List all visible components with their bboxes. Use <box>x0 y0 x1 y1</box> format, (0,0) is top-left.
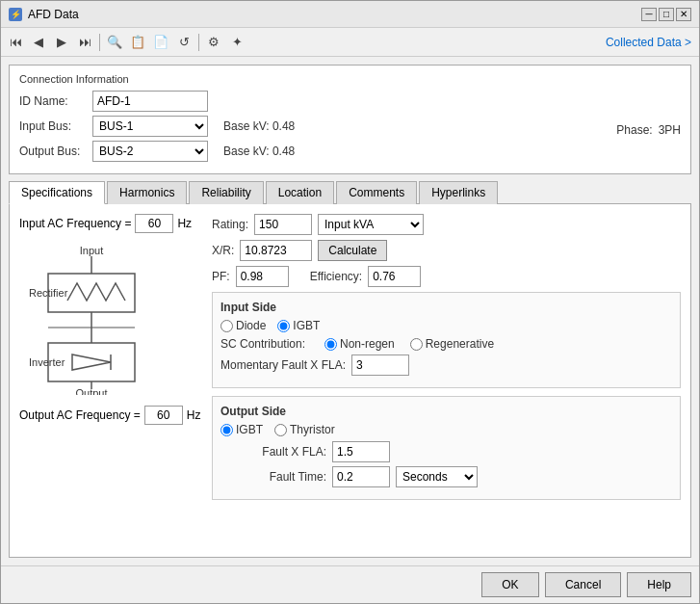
svg-text:Input: Input <box>80 245 103 256</box>
id-label: ID Name: <box>19 94 87 108</box>
momentary-fault-input[interactable] <box>351 355 409 376</box>
tab-comments[interactable]: Comments <box>336 181 417 204</box>
xr-label: X/R: <box>212 244 234 257</box>
toolbar-last-button[interactable]: ⏭ <box>74 32 95 53</box>
toolbar-first-button[interactable]: ⏮ <box>5 32 26 53</box>
toolbar-refresh-button[interactable]: ↺ <box>173 32 194 53</box>
rating-input[interactable] <box>254 214 312 235</box>
close-button[interactable]: ✕ <box>676 8 691 21</box>
afd-data-window: ⚡ AFD Data ─ □ ✕ ⏮ ◀ ▶ ⏭ 🔍 📋 📄 ↺ ⚙ ✦ Col… <box>0 0 700 604</box>
non-regen-radio[interactable] <box>324 338 337 351</box>
output-freq-input[interactable] <box>144 406 183 425</box>
igbt-label: IGBT <box>293 319 320 332</box>
minimize-button[interactable]: ─ <box>641 8 657 21</box>
toolbar-next-button[interactable]: ▶ <box>51 32 72 53</box>
cancel-button[interactable]: Cancel <box>545 572 621 597</box>
igbt-out-radio-label[interactable]: IGBT <box>220 423 263 436</box>
input-bus-label: Input Bus: <box>19 119 87 133</box>
id-row: ID Name: <box>19 91 295 112</box>
non-regen-label: Non-regen <box>340 337 395 351</box>
fault-time-unit-select[interactable]: Seconds Cycles <box>396 466 478 487</box>
tabs-container: Specifications Harmonics Reliability Loc… <box>9 180 691 558</box>
fault-x-fla-row: Fault X FLA: <box>220 441 672 462</box>
tab-harmonics[interactable]: Harmonics <box>107 181 187 204</box>
main-content: Connection Information ID Name: Input Bu… <box>1 57 699 565</box>
window-icon: ⚡ <box>9 8 22 21</box>
tabs: Specifications Harmonics Reliability Loc… <box>9 180 691 204</box>
freq-row: Input AC Frequency = Hz <box>19 214 202 233</box>
tab-reliability[interactable]: Reliability <box>189 181 263 204</box>
toolbar-paste-button[interactable]: 📄 <box>150 32 171 53</box>
pf-input[interactable] <box>236 266 289 287</box>
window-title: AFD Data <box>28 8 79 21</box>
toolbar-buttons: ⏮ ◀ ▶ ⏭ 🔍 📋 📄 ↺ ⚙ ✦ <box>5 32 247 53</box>
momentary-fault-row: Momentary Fault X FLA: <box>220 355 672 376</box>
sc-contribution-row: SC Contribution: Non-regen Regenerative <box>220 337 672 351</box>
toolbar-search-button[interactable]: 🔍 <box>104 32 125 53</box>
igbt-out-radio[interactable] <box>220 424 233 436</box>
xr-input[interactable] <box>240 240 312 261</box>
maximize-button[interactable]: □ <box>659 8 674 21</box>
toolbar-copy-button[interactable]: 📋 <box>127 32 148 53</box>
toolbar-prev-button[interactable]: ◀ <box>28 32 49 53</box>
help-button[interactable]: Help <box>627 572 691 597</box>
fault-time-input[interactable] <box>332 466 390 487</box>
phase-label: Phase: <box>616 123 652 137</box>
thyristor-radio[interactable] <box>274 424 287 436</box>
pf-efficiency-row: PF: Efficiency: <box>212 266 681 287</box>
igbt-radio[interactable] <box>277 320 290 332</box>
input-base-kv: Base kV: 0.48 <box>223 119 295 133</box>
output-bus-label: Output Bus: <box>19 144 87 158</box>
toolbar-settings-button[interactable]: ⚙ <box>203 32 224 53</box>
connection-group: Connection Information ID Name: Input Bu… <box>9 65 691 174</box>
title-bar: ⚡ AFD Data ─ □ ✕ <box>1 1 699 28</box>
svg-text:Output: Output <box>75 387 107 395</box>
tab-specifications[interactable]: Specifications <box>9 181 105 204</box>
input-bus-row: Input Bus: BUS-1 Base kV: 0.48 <box>19 116 295 137</box>
thyristor-radio-label[interactable]: Thyristor <box>274 423 335 436</box>
calculate-button[interactable]: Calculate <box>318 240 387 261</box>
fault-x-fla-input[interactable] <box>332 441 390 462</box>
spec-left: Input AC Frequency = Hz Input <box>19 214 202 508</box>
pf-label: PF: <box>212 270 230 283</box>
output-freq-unit: Hz <box>187 408 201 422</box>
momentary-fault-label: Momentary Fault X FLA: <box>220 358 346 372</box>
input-side-title: Input Side <box>220 301 672 314</box>
regenerative-radio[interactable] <box>410 338 423 351</box>
efficiency-input[interactable] <box>368 266 421 287</box>
toolbar-separator-2 <box>198 34 199 51</box>
freq-unit: Hz <box>177 217 192 230</box>
ok-button[interactable]: OK <box>481 572 539 597</box>
diode-radio[interactable] <box>220 320 233 332</box>
tab-location[interactable]: Location <box>266 181 334 204</box>
igbt-radio-label[interactable]: IGBT <box>277 319 320 332</box>
input-side-section: Input Side Diode IGBT <box>212 292 681 388</box>
circuit-diagram: Input Rectifier <box>19 241 164 395</box>
rating-unit-select[interactable]: Input kVA Output kVA HP <box>318 214 424 235</box>
tab-hyperlinks[interactable]: Hyperlinks <box>419 181 498 204</box>
collected-data-link[interactable]: Collected Data > <box>606 36 695 49</box>
output-freq-row: Output AC Frequency = Hz <box>19 406 202 425</box>
output-side-title: Output Side <box>220 405 672 418</box>
output-freq-label: Output AC Frequency = <box>19 408 141 422</box>
toolbar-extra-button[interactable]: ✦ <box>226 32 247 53</box>
diode-label: Diode <box>236 319 266 332</box>
regenerative-label: Regenerative <box>426 337 494 351</box>
output-bus-select[interactable]: BUS-2 <box>92 141 208 162</box>
fault-x-fla-label: Fault X FLA: <box>220 445 326 459</box>
output-side-type-group: IGBT Thyristor <box>220 423 672 436</box>
xr-row: X/R: Calculate <box>212 240 681 261</box>
freq-input[interactable] <box>135 214 173 233</box>
id-input[interactable] <box>92 91 208 112</box>
non-regen-radio-label[interactable]: Non-regen <box>324 337 395 351</box>
diode-radio-label[interactable]: Diode <box>220 319 266 332</box>
input-side-type-group: Diode IGBT <box>220 319 672 332</box>
input-bus-select[interactable]: BUS-1 <box>92 116 208 137</box>
efficiency-label: Efficiency: <box>310 270 362 283</box>
svg-text:Inverter: Inverter <box>29 356 65 368</box>
output-side-section: Output Side IGBT Thyristor <box>212 396 681 500</box>
connection-group-title: Connection Information <box>19 73 681 85</box>
fault-time-label: Fault Time: <box>220 470 326 484</box>
title-bar-left: ⚡ AFD Data <box>9 8 79 21</box>
regenerative-radio-label[interactable]: Regenerative <box>410 337 494 351</box>
